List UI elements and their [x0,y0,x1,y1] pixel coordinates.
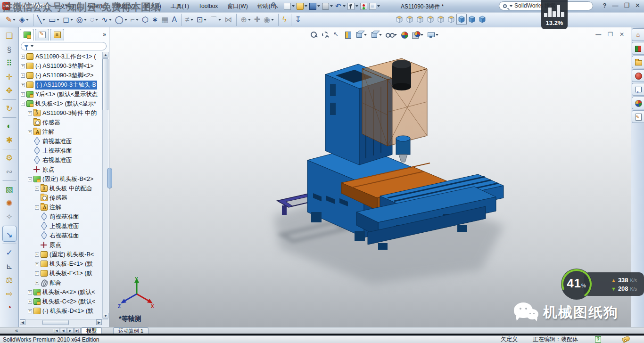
expander-icon[interactable]: + [21,92,25,97]
dropdown-arrow-icon[interactable] [292,5,295,7]
view-right-button[interactable] [425,14,436,25]
tree-item-mates-in-casting[interactable]: + AS11090-3铸件 中的 [20,108,103,118]
assembly-visualization-button[interactable]: ▧ [2,180,17,196]
scroll-left-button[interactable]: ◀ [20,319,25,325]
expander-icon[interactable]: + [35,271,39,276]
tree-item-front-plane[interactable]: 前视基准面 [20,137,103,146]
polygon-button[interactable]: ⬡ [140,14,150,26]
dropdown-arrow-icon[interactable] [364,34,367,36]
tree-item-annotations-2[interactable]: + 注解 [20,203,103,212]
dropdown-arrow-icon[interactable] [124,19,127,21]
view-back-button[interactable] [405,14,415,25]
hide-show-items-button[interactable] [385,30,398,40]
dropdown-arrow-icon[interactable] [218,19,221,21]
display-style-shaded-button[interactable] [467,14,477,25]
taskpane-appearances-tab[interactable] [632,97,644,109]
expander-icon[interactable]: + [35,281,39,285]
scroll-up-button[interactable]: ▲ [103,52,108,57]
display-relations-button[interactable]: ⊕ [236,14,252,26]
minimize-button[interactable]: — [612,2,618,9]
tree-item-mates[interactable]: + 配合 [20,278,103,287]
sketch-fillet-button[interactable]: ⌐ [129,14,140,26]
new-file-button[interactable] [283,1,296,11]
graphics-area[interactable]: — ❐ ✕ [109,27,631,327]
linear-sketch-pattern-button[interactable]: ▦ [160,14,170,26]
tree-item-right-plane[interactable]: 右视基准面 [20,155,103,165]
dropdown-arrow-icon[interactable] [84,19,87,21]
sketch-settings-button[interactable]: ϟ [278,14,288,26]
tab-nav-button[interactable]: |◀ [53,328,59,333]
expander-icon[interactable]: − [21,102,25,106]
scroll-right-button[interactable]: ▶ [96,319,102,325]
dropdown-arrow-icon[interactable] [377,5,380,7]
dropdown-arrow-icon[interactable] [57,19,59,21]
search-dropdown-icon[interactable] [510,5,512,7]
expander-icon[interactable]: + [28,309,32,313]
tree-item-front-plane-2[interactable]: 前视基准面 [20,212,103,221]
dropdown-arrow-icon[interactable] [317,5,320,7]
arc-button[interactable]: ◌ [89,14,100,26]
tab-model[interactable]: 模型 [81,327,102,334]
view-orientation-button[interactable] [355,30,368,40]
tree-scroll-thumb[interactable] [102,58,108,110]
expander-icon[interactable]: + [28,290,32,294]
display-style-button[interactable] [370,30,383,40]
insert-components-button[interactable]: ❏ [2,29,17,43]
previous-view-button[interactable] [332,30,341,40]
view-front-button[interactable] [394,14,405,25]
select-button[interactable] [347,1,359,11]
panel-splitter-handle[interactable] [107,168,112,188]
hscroll-thumb[interactable] [42,320,69,325]
taskpane-custom-properties-tab[interactable] [632,110,644,123]
taskpane-view-palette-tab[interactable] [632,83,644,96]
expander-icon[interactable]: + [28,300,32,304]
dropdown-arrow-icon[interactable] [190,19,193,21]
panel-chevron[interactable]: » [103,31,106,38]
dropdown-arrow-icon[interactable] [436,34,438,36]
dropdown-arrow-icon[interactable] [248,19,251,21]
tree-item-pad-1[interactable]: + (-) AS11090-3垫脚<1> [20,61,103,71]
tree-item-y-rear[interactable]: + Y后<1> (默认<显示状态 [20,90,103,99]
tab-propertymanager[interactable] [35,29,49,41]
dropdown-arrow-icon[interactable] [379,34,382,36]
dropdown-arrow-icon[interactable] [305,5,307,7]
section-properties-button[interactable]: ⇨ [2,287,17,301]
doc-restore-button[interactable]: ❐ [608,31,613,38]
print-button[interactable] [321,1,334,11]
dropdown-arrow-icon[interactable] [136,19,139,21]
tab-configurationmanager[interactable] [50,29,64,41]
collapse-tabs-chevron[interactable]: « [15,327,18,333]
expander-icon[interactable]: + [35,187,39,191]
apply-scene-button[interactable] [411,30,424,40]
open-button[interactable] [296,1,308,11]
tree-item-head-plate[interactable]: − 机头板<1> (默认<显示* [20,99,103,108]
tree-item-head-plate-d[interactable]: + (-) 机头板-D<1> (默 [20,306,103,316]
tab-motion-study[interactable]: 运动算例 1 [113,327,149,334]
tape-measure-button[interactable]: ⊾ [2,260,17,273]
options-button[interactable] [368,1,381,11]
tab-nav-button[interactable]: ◀ [60,328,66,333]
convert-entities-button[interactable]: ⊡ [195,14,208,26]
tree-horizontal-scrollbar[interactable]: ◀ ▶ [20,319,108,326]
save-button[interactable] [308,1,321,11]
tab-featuremanager[interactable] [20,29,34,41]
show-hidden-components-button[interactable]: ◐ [2,117,17,133]
expander-icon[interactable]: + [21,74,25,78]
expander-icon[interactable]: + [28,111,32,115]
smart-dimension-button[interactable]: ◈ [17,14,30,26]
tree-item-sensors-2[interactable]: 传感器 [20,193,103,203]
dropdown-arrow-icon[interactable] [42,19,45,21]
circle-button[interactable]: ◎ [75,14,88,26]
tree-item-head-plate-b[interactable]: − (固定) 机头板-B<2> [20,174,103,184]
zoom-to-area-button[interactable] [321,30,330,40]
repair-sketch-button[interactable]: ✚ [253,14,262,26]
undo-button[interactable] [334,1,347,11]
close-button[interactable]: ✕ [635,2,640,9]
dropdown-arrow-icon[interactable] [70,19,73,21]
offset-entities-button[interactable]: ⌒ [208,14,223,26]
tree-item-head-plate-c[interactable]: + 机头板-C<2> (默认< [20,297,103,306]
performance-evaluation-button[interactable]: ◔ [2,301,17,314]
help-button[interactable]: ? [603,2,606,9]
point-button[interactable]: ∗ [150,14,159,26]
exploded-view-button[interactable]: ✺ [2,196,17,210]
